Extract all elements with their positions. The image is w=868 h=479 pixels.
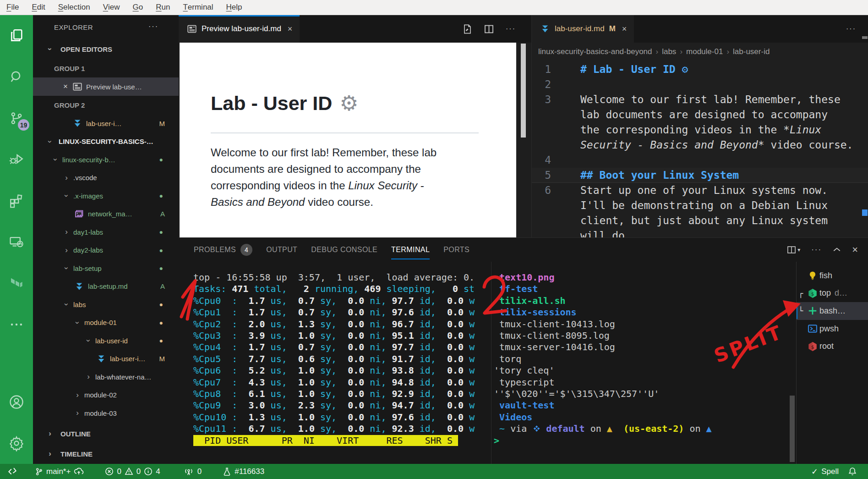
terminal-split-divider[interactable] [491, 262, 491, 464]
tree-item-module-02[interactable]: ›module-02 [33, 386, 179, 404]
reference-status[interactable]: #116633 [218, 464, 269, 479]
sidebar-section-outline[interactable]: › OUTLINE [33, 424, 179, 444]
tree-item-lab-user-i-[interactable]: lab-user-i…M [33, 350, 179, 368]
panel-tab-debug-console[interactable]: DEBUG CONSOLE [311, 238, 377, 262]
panel-tab-terminal[interactable]: TERMINAL [391, 238, 430, 262]
maximize-panel-icon[interactable] [833, 246, 841, 254]
panel-more-actions-icon[interactable]: ··· [811, 245, 822, 254]
tab-preview-lab-user-id[interactable]: Preview lab-user-id.md × [179, 15, 300, 43]
menu-item-help[interactable]: Help [220, 0, 249, 15]
menu-item-go[interactable]: Go [126, 0, 150, 15]
broadcast-status[interactable]: 0 [179, 464, 206, 479]
notifications-bell[interactable] [843, 467, 862, 476]
terminal-list-item-fish[interactable]: fish [797, 267, 868, 285]
text-segment: corresponding videos in the [211, 179, 348, 192]
sidebar-section-timeline[interactable]: › TIMELINE [33, 444, 179, 464]
tree-item-lab-setup[interactable]: ›lab-setup● [33, 259, 179, 278]
open-editor-lab-user-i-[interactable]: lab-user-i…M [33, 114, 179, 132]
activity-settings-button[interactable] [0, 423, 33, 464]
text-segment: 7.7 [237, 353, 265, 364]
activity-run-debug-button[interactable] [0, 139, 33, 180]
text-segment: 0.0 [436, 423, 464, 434]
markdown-preview-icon [186, 24, 198, 33]
more-actions-icon[interactable]: ··· [506, 25, 516, 33]
hex-red-icon: $ [806, 341, 819, 352]
tree-item-module-01[interactable]: ›module-01● [33, 314, 179, 332]
activity-files-button[interactable] [0, 15, 33, 56]
workspace-root-header[interactable]: ›LINUX-SECURITY-BASICS-… [33, 132, 179, 151]
terminal-line: tmux-client-10413.log [494, 319, 787, 330]
activity-remote-explorer-button[interactable] [0, 221, 33, 263]
terminal-scrollbar[interactable] [790, 396, 795, 462]
tree-item-label: labs [71, 301, 86, 308]
menu-item-edit[interactable]: Edit [25, 0, 51, 15]
code-editor[interactable]: 1# Lab - User ID ⚙23Welcome to our first… [532, 62, 868, 237]
menu-item-file[interactable]: File [0, 0, 25, 15]
problems-status[interactable]: 0 0 4 [100, 464, 164, 479]
tree-item-linux-security-b-[interactable]: ›linux-security-b…● [33, 151, 179, 169]
open-source-file-icon[interactable] [463, 24, 472, 34]
tree-item-lab-whatever-na-[interactable]: ›lab-whatever-na… [33, 368, 179, 386]
tree-item--vscode[interactable]: ›.vscode [33, 169, 179, 187]
activity-terraform-button[interactable] [0, 263, 33, 304]
tree-item-lab-setup-md[interactable]: lab-setup.mdA [33, 277, 179, 296]
error-icon [105, 467, 114, 476]
remote-indicator[interactable] [0, 464, 22, 479]
tree-item-network-ma-[interactable]: network_ma…A [33, 205, 179, 223]
sidebar-title-label: EXPLORER [54, 23, 93, 31]
close-icon[interactable]: × [622, 24, 627, 34]
text-segment: 0.0 [337, 400, 364, 411]
git-branch-status[interactable]: main*+ [30, 464, 88, 479]
open-editor-preview-lab-use-[interactable]: ×Preview lab-use… [33, 77, 179, 96]
text-segment: us, [265, 319, 287, 330]
close-icon[interactable]: × [288, 24, 293, 34]
error-count: 0 [117, 467, 121, 476]
terminal-line: %Cpu2 : 2.0 us, 1.3 sy, 0.0 ni, 96.7 id,… [193, 319, 491, 330]
activity-more-button[interactable] [0, 304, 33, 345]
terminal-list-item-bash[interactable]: └bash… [797, 302, 868, 320]
explorer-more-actions-icon[interactable]: ··· [148, 22, 158, 31]
tree-item-lab-user-id[interactable]: ›lab-user-id● [33, 332, 179, 350]
terminal-shell-output[interactable]: text10.png tf-test tilix-all.sh tilix-se… [494, 272, 787, 464]
spell-checker-status[interactable]: ✓ Spell [807, 467, 843, 477]
split-editor-icon[interactable] [484, 24, 494, 34]
menu-item-selection[interactable]: Selection [52, 0, 97, 15]
text-segment: st [458, 283, 475, 294]
terminal-list-item-root[interactable]: $root [797, 337, 868, 355]
panel-tab-ports[interactable]: PORTS [443, 238, 469, 262]
split-tree-glyph: ┌ [798, 289, 806, 298]
split-terminal-icon[interactable]: ▾ [787, 245, 800, 254]
breadcrumb[interactable]: linux-security-basics-and-beyond›labs›mo… [532, 43, 868, 61]
tab-lab-user-id-md[interactable]: lab-user-id.md M × [532, 15, 634, 43]
text-segment: %Cpu1 : [193, 307, 237, 318]
terminal-top-output[interactable]: top - 16:55:58 up 3:57, 1 user, load ave… [193, 272, 491, 464]
open-editors-header[interactable]: ›OPEN EDITORS [33, 39, 179, 59]
text-segment: video course. [764, 139, 853, 151]
activity-extensions-button[interactable] [0, 180, 33, 221]
tree-item-module-03[interactable]: ›module-03 [33, 404, 179, 423]
menu-item-terminal[interactable]: Terminal [176, 0, 219, 15]
terminal-list-item-top[interactable]: ┌$topd… [797, 285, 868, 303]
tree-item-day1-labs[interactable]: ›day1-labs● [33, 223, 179, 242]
more-actions-icon[interactable]: ··· [846, 25, 856, 33]
tree-item-labs[interactable]: ›labs● [33, 296, 179, 314]
terminal-line: %Cpu1 : 1.7 us, 0.7 sy, 0.0 ni, 97.6 id,… [193, 307, 491, 318]
text-segment: 0.0 [337, 307, 364, 318]
tree-item-day2-labs[interactable]: ›day2-labs● [33, 241, 179, 259]
tree-item--x-images[interactable]: ›.x-images● [33, 187, 179, 205]
text-segment: id, [414, 295, 436, 306]
text-segment: on [585, 423, 607, 434]
menu-item-view[interactable]: View [97, 0, 126, 15]
terminal-list-item-pwsh[interactable]: pwsh [797, 320, 868, 338]
close-icon[interactable]: × [60, 82, 71, 91]
markdown-file-icon [73, 282, 85, 291]
menu-item-run[interactable]: Run [149, 0, 176, 15]
activity-search-button[interactable] [0, 56, 33, 98]
panel-tab-output[interactable]: OUTPUT [266, 238, 297, 262]
text-segment: default [540, 423, 584, 434]
preview-scrollbar[interactable] [521, 44, 526, 138]
activity-account-button[interactable] [0, 381, 33, 423]
activity-source-control-button[interactable]: 19 [0, 98, 33, 139]
panel-tab-problems[interactable]: PROBLEMS4 [194, 238, 252, 262]
close-panel-icon[interactable]: × [852, 244, 858, 256]
